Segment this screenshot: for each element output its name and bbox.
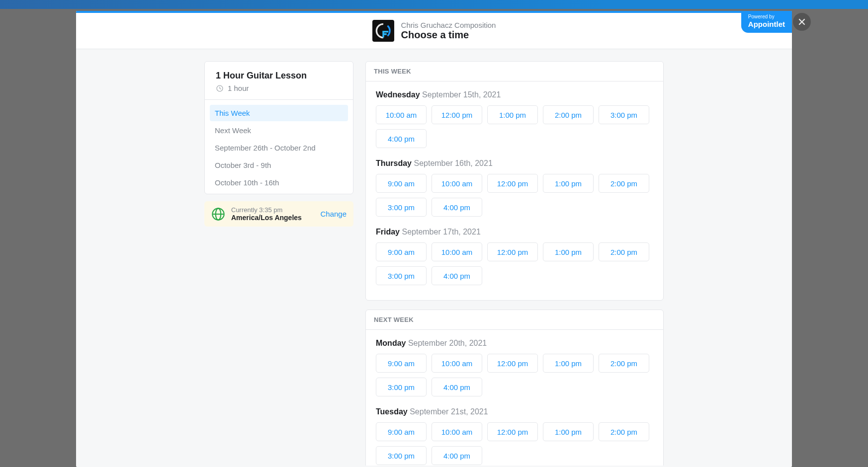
day-date: September 21st, 2021: [410, 407, 488, 416]
time-slot[interactable]: 3:00 pm: [599, 105, 649, 124]
time-slot[interactable]: 10:00 am: [376, 105, 427, 124]
time-slot[interactable]: 12:00 pm: [487, 174, 538, 193]
time-slot[interactable]: 1:00 pm: [543, 354, 594, 373]
time-slot[interactable]: 9:00 am: [376, 422, 427, 441]
day-name: Friday: [376, 228, 402, 236]
modal-body[interactable]: 1 Hour Guitar Lesson 1 hour This WeekNex…: [76, 49, 792, 466]
time-slot[interactable]: 2:00 pm: [599, 354, 649, 373]
time-slot[interactable]: 10:00 am: [432, 242, 482, 261]
time-slot[interactable]: 3:00 pm: [376, 378, 427, 396]
week-item[interactable]: Next Week: [210, 122, 348, 139]
day-date: September 16th, 2021: [414, 159, 492, 167]
availability-column: THIS WEEKWednesday September 15th, 20211…: [365, 61, 664, 466]
time-slot[interactable]: 1:00 pm: [543, 174, 594, 193]
weeks-list[interactable]: This WeekNext WeekSeptember 26th - Octob…: [205, 99, 353, 194]
day-name: Tuesday: [376, 407, 410, 416]
day-date: September 17th, 2021: [402, 228, 480, 236]
time-slot[interactable]: 4:00 pm: [432, 198, 482, 217]
day-date: September 20th, 2021: [408, 339, 487, 347]
lesson-duration: 1 hour: [228, 84, 249, 92]
time-slot[interactable]: 9:00 am: [376, 242, 427, 261]
timezone-card: Currently 3:35 pm America/Los Angeles Ch…: [204, 201, 353, 227]
modal-header: Chris Gruchacz Composition Choose a time: [76, 13, 792, 49]
time-slot[interactable]: 3:00 pm: [376, 266, 427, 285]
powered-by-tab[interactable]: Powered by Appointlet: [741, 11, 792, 33]
day-block: Wednesday September 15th, 202110:00 am12…: [376, 90, 653, 148]
page-title: Choose a time: [401, 29, 496, 41]
org-logo: [372, 20, 394, 42]
day-name: Wednesday: [376, 90, 422, 99]
week-item[interactable]: September 26th - October 2nd: [210, 140, 348, 156]
lesson-title: 1 Hour Guitar Lesson: [216, 71, 342, 81]
time-slot[interactable]: 10:00 am: [432, 354, 482, 373]
day-name: Thursday: [376, 159, 414, 167]
timezone-name: America/Los Angeles: [231, 214, 314, 222]
time-slot[interactable]: 9:00 am: [376, 174, 427, 193]
availability-section: NEXT WEEKMonday September 20th, 20219:00…: [365, 310, 664, 466]
time-slot[interactable]: 4:00 pm: [432, 378, 482, 396]
week-item[interactable]: This Week: [210, 105, 348, 121]
clock-icon: [216, 84, 224, 92]
time-slot[interactable]: 1:00 pm: [543, 422, 594, 441]
time-slot[interactable]: 1:00 pm: [543, 242, 594, 261]
timezone-current-time: Currently 3:35 pm: [231, 206, 314, 214]
time-slot[interactable]: 12:00 pm: [487, 242, 538, 261]
timezone-change-button[interactable]: Change: [320, 210, 347, 218]
booking-modal: Powered by Appointlet Chris Gruchacz Com…: [76, 11, 792, 467]
powered-by-label: Powered by: [748, 14, 785, 20]
time-slot[interactable]: 12:00 pm: [432, 105, 482, 124]
time-slot[interactable]: 1:00 pm: [487, 105, 538, 124]
time-slot[interactable]: 4:00 pm: [432, 266, 482, 285]
time-slot[interactable]: 3:00 pm: [376, 198, 427, 217]
day-block: Monday September 20th, 20219:00 am10:00 …: [376, 339, 653, 396]
section-heading: THIS WEEK: [366, 62, 663, 81]
availability-section: THIS WEEKWednesday September 15th, 20211…: [365, 61, 664, 301]
time-slot[interactable]: 2:00 pm: [599, 242, 649, 261]
org-name: Chris Gruchacz Composition: [401, 21, 496, 29]
close-icon: [798, 18, 806, 26]
time-slot[interactable]: 4:00 pm: [376, 129, 427, 148]
time-slot[interactable]: 3:00 pm: [376, 446, 427, 465]
time-slot[interactable]: 10:00 am: [432, 174, 482, 193]
day-name: Monday: [376, 339, 408, 347]
time-slot[interactable]: 2:00 pm: [599, 422, 649, 441]
week-item[interactable]: October 3rd - 9th: [210, 157, 348, 173]
day-block: Thursday September 16th, 20219:00 am10:0…: [376, 159, 653, 217]
time-slot[interactable]: 12:00 pm: [487, 354, 538, 373]
week-item[interactable]: October 10th - 16th: [210, 174, 348, 191]
day-block: Tuesday September 21st, 20219:00 am10:00…: [376, 407, 653, 465]
day-block: Friday September 17th, 20219:00 am10:00 …: [376, 228, 653, 285]
time-slot[interactable]: 10:00 am: [432, 422, 482, 441]
day-date: September 15th, 2021: [422, 90, 501, 99]
time-slot[interactable]: 2:00 pm: [543, 105, 594, 124]
section-heading: NEXT WEEK: [366, 310, 663, 330]
globe-icon: [211, 207, 225, 221]
time-slot[interactable]: 4:00 pm: [432, 446, 482, 465]
time-slot[interactable]: 12:00 pm: [487, 422, 538, 441]
close-button[interactable]: [793, 13, 811, 31]
time-slot[interactable]: 9:00 am: [376, 354, 427, 373]
time-slot[interactable]: 2:00 pm: [599, 174, 649, 193]
lesson-card: 1 Hour Guitar Lesson 1 hour This WeekNex…: [204, 61, 353, 194]
powered-by-brand: Appointlet: [748, 20, 785, 29]
